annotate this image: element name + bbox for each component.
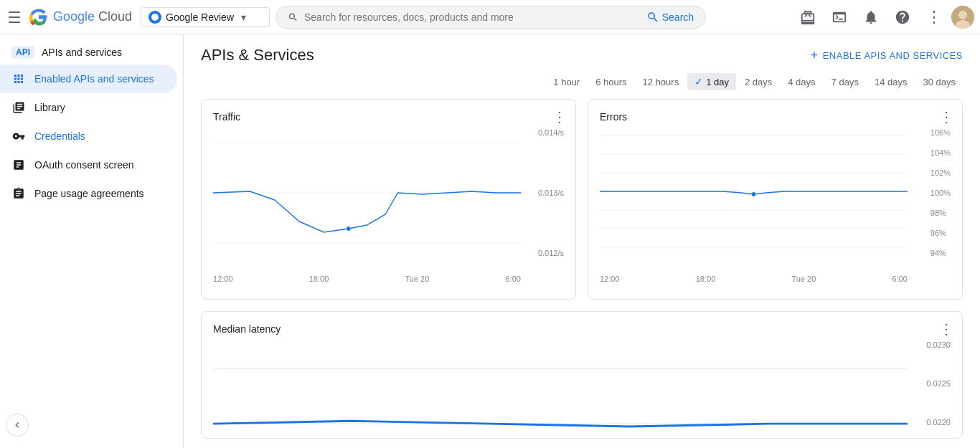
more-vertical-icon: ⋮	[926, 8, 942, 27]
top-navigation: Google Cloud Google Review ▾ Search ⋮	[0, 0, 980, 34]
sidebar-item-enabled-apis[interactable]: Enabled APIs and services	[0, 65, 177, 93]
app-layout: API APIs and services Enabled APIs and s…	[0, 34, 980, 448]
sidebar-item-label-credentials: Credentials	[34, 130, 85, 142]
avatar-icon	[951, 6, 974, 29]
traffic-x-labels: 12:00 18:00 Tue 20 6:00	[213, 275, 564, 283]
time-btn-12hours[interactable]: 12 hours	[636, 74, 687, 90]
time-filter-bar: 1 hour 6 hours 12 hours ✓ 1 day 2 days 4…	[184, 70, 980, 99]
svg-point-1	[958, 11, 967, 19]
enabled-apis-icon	[11, 72, 26, 86]
search-bar[interactable]: Search	[275, 6, 706, 29]
median-latency-y-labels: 0.0230 0.0225 0.0220	[926, 340, 951, 426]
help-icon-button[interactable]	[888, 3, 917, 32]
more-options-button[interactable]: ⋮	[920, 3, 948, 32]
median-latency-plot	[213, 340, 908, 426]
check-icon: ✓	[694, 76, 703, 87]
sidebar-item-label-page-usage: Page usage agreements	[34, 188, 144, 199]
oauth-icon	[11, 158, 26, 172]
traffic-chart-svg	[213, 128, 521, 257]
errors-chart-plot	[600, 128, 908, 257]
time-btn-30days[interactable]: 30 days	[915, 74, 963, 90]
gift-icon-button[interactable]	[793, 3, 822, 32]
time-btn-4days[interactable]: 4 days	[781, 74, 822, 90]
main-content: APIs & Services + ENABLE APIS AND SERVIC…	[184, 34, 980, 448]
sidebar-item-library[interactable]: Library	[0, 93, 177, 122]
sidebar-item-credentials[interactable]: Credentials	[0, 122, 177, 151]
logo-text: Google Cloud	[53, 9, 132, 24]
main-header: APIs & Services + ENABLE APIS AND SERVIC…	[184, 34, 980, 70]
google-logo-icon	[29, 7, 49, 27]
charts-grid: Traffic ⋮	[184, 99, 980, 311]
api-badge: API	[11, 46, 34, 59]
collapse-icon	[11, 419, 23, 431]
bell-icon	[863, 9, 879, 25]
traffic-y-labels: 0.014/s 0.013/s 0.012/s	[538, 128, 564, 272]
traffic-chart-title: Traffic	[213, 111, 240, 123]
sidebar-item-label-library: Library	[34, 102, 65, 113]
median-latency-chart-area: 0.0230 0.0225 0.0220	[213, 340, 951, 426]
project-selector[interactable]: Google Review ▾	[141, 7, 270, 27]
gift-icon	[800, 9, 816, 25]
svg-point-14	[752, 192, 755, 196]
user-avatar[interactable]	[951, 6, 974, 29]
bell-icon-button[interactable]	[857, 3, 885, 32]
sidebar-item-page-usage[interactable]: Page usage agreements	[0, 179, 177, 208]
errors-chart-title: Errors	[600, 111, 627, 123]
collapse-sidebar-button[interactable]	[6, 414, 29, 437]
project-name: Google Review	[166, 11, 234, 23]
hamburger-menu-button[interactable]	[6, 9, 23, 26]
errors-chart-card: Errors ⋮	[588, 99, 963, 300]
google-cloud-logo: Google Cloud	[29, 7, 132, 27]
credentials-icon	[11, 129, 26, 143]
traffic-chart-menu[interactable]: ⋮	[552, 108, 567, 125]
median-latency-svg	[213, 340, 908, 448]
sidebar: API APIs and services Enabled APIs and s…	[0, 34, 184, 448]
search-btn-icon	[646, 11, 659, 24]
time-btn-6hours[interactable]: 6 hours	[588, 74, 633, 90]
errors-x-labels: 12:00 18:00 Tue 20 6:00	[600, 275, 951, 283]
time-btn-1hour[interactable]: 1 hour	[546, 74, 587, 90]
time-btn-14days[interactable]: 14 days	[867, 74, 915, 90]
enable-apis-button[interactable]: + ENABLE APIS AND SERVICES	[811, 48, 963, 63]
errors-chart-area: 106% 104% 102% 100% 98% 96% 94%	[600, 128, 951, 272]
project-icon	[149, 11, 161, 24]
median-latency-title: Median latency	[213, 323, 281, 335]
time-btn-2days[interactable]: 2 days	[738, 74, 779, 90]
traffic-chart-area: 0.014/s 0.013/s 0.012/s	[213, 128, 564, 272]
chevron-down-icon: ▾	[241, 11, 246, 23]
sidebar-header: API APIs and services	[0, 34, 183, 65]
search-input[interactable]	[304, 11, 641, 23]
search-button[interactable]: Search	[646, 11, 694, 24]
time-btn-1day[interactable]: ✓ 1 day	[687, 73, 736, 90]
median-latency-chart-menu[interactable]: ⋮	[939, 320, 953, 338]
sidebar-title: APIs and services	[42, 47, 122, 58]
errors-chart-svg	[600, 128, 908, 257]
median-latency-chart-card: Median latency ⋮ 0.0230 0.0225 0.0220	[201, 311, 963, 439]
library-icon	[11, 100, 26, 115]
time-btn-7days[interactable]: 7 days	[824, 74, 866, 90]
plus-icon: +	[811, 48, 819, 63]
errors-chart-menu[interactable]: ⋮	[939, 108, 953, 125]
enable-apis-label: ENABLE APIS AND SERVICES	[823, 50, 963, 61]
errors-y-labels: 106% 104% 102% 100% 98% 96% 94%	[930, 128, 951, 272]
sidebar-item-label-oauth: OAuth consent screen	[34, 159, 134, 171]
svg-point-6	[347, 227, 350, 231]
terminal-icon-button[interactable]	[825, 3, 854, 32]
nav-icons-group: ⋮	[793, 3, 974, 32]
help-icon	[895, 9, 910, 25]
page-title: APIs & Services	[201, 46, 314, 65]
traffic-chart-card: Traffic ⋮	[201, 99, 576, 300]
terminal-icon	[831, 9, 847, 25]
sidebar-item-label-enabled: Enabled APIs and services	[34, 73, 154, 85]
search-icon	[288, 11, 298, 24]
sidebar-item-oauth[interactable]: OAuth consent screen	[0, 151, 177, 179]
page-usage-icon	[11, 186, 26, 201]
traffic-chart-plot	[213, 128, 521, 257]
